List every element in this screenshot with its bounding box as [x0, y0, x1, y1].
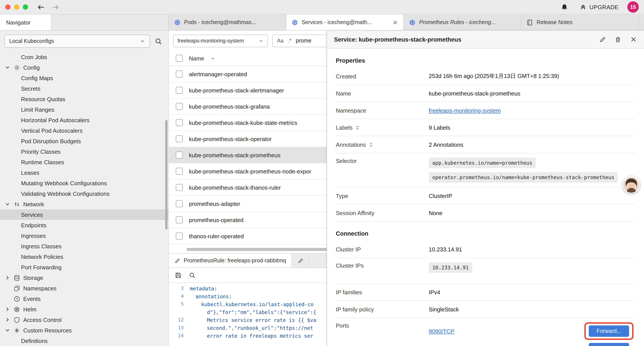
- tab-pods-icecheng-mathmas[interactable]: Pods - icecheng@mathmas...: [169, 14, 286, 30]
- chevron-down-icon[interactable]: [4, 64, 10, 70]
- sidebar-item-network-policies[interactable]: Network Policies: [0, 251, 168, 262]
- service-row[interactable]: kube-prometheus-stack-kube-state-metrics: [169, 115, 326, 131]
- row-checkbox[interactable]: [176, 119, 183, 126]
- sidebar-item-vertical-pod-autoscalers[interactable]: Vertical Pod Autoscalers: [0, 125, 168, 136]
- service-row[interactable]: kube-prometheus-stack-prometheus: [169, 147, 326, 163]
- regex-toggle[interactable]: .*: [288, 38, 291, 44]
- yaml-editor[interactable]: 3metadata:4annotations:5kubectl.kubernet…: [169, 283, 326, 346]
- bell-icon[interactable]: [560, 3, 568, 11]
- minimize-window-button[interactable]: [14, 4, 19, 10]
- floppy-icon[interactable]: [175, 272, 182, 279]
- match-case-toggle[interactable]: Aa: [277, 38, 284, 44]
- sidebar-item-custom-resources[interactable]: Custom Resources: [0, 325, 168, 336]
- close-window-button[interactable]: [5, 4, 10, 10]
- tab-prometheus-rules-icecheng[interactable]: Prometheus Rules - icecheng...: [404, 14, 521, 30]
- row-checkbox[interactable]: [176, 200, 183, 207]
- chevron-down-icon[interactable]: [4, 327, 10, 333]
- row-checkbox[interactable]: [176, 70, 183, 77]
- sidebar-item-definitions[interactable]: Definitions: [0, 336, 168, 346]
- row-checkbox[interactable]: [176, 184, 183, 191]
- sidebar-item-pod-disruption-budgets[interactable]: Pod Disruption Budgets: [0, 136, 168, 146]
- port-link[interactable]: 9090/TCP: [429, 328, 454, 335]
- avatar[interactable]: [622, 176, 640, 194]
- sidebar-item-helm[interactable]: Helm: [0, 304, 168, 315]
- sidebar-item-leases[interactable]: Leases: [0, 167, 168, 178]
- close-icon[interactable]: [630, 36, 637, 43]
- sidebar-item-endpoints[interactable]: Endpoints: [0, 220, 168, 230]
- sidebar-item-services[interactable]: Services: [0, 209, 168, 220]
- row-checkbox[interactable]: [176, 103, 183, 110]
- sidebar-item-network[interactable]: Network: [0, 199, 168, 209]
- sort-icon[interactable]: [355, 125, 360, 130]
- service-row[interactable]: thanos-ruler-operated: [169, 228, 326, 244]
- maximize-window-button[interactable]: [23, 4, 28, 10]
- sidebar-item-events[interactable]: Events: [0, 294, 168, 304]
- dock-tab-partial[interactable]: [292, 254, 310, 268]
- sidebar-item-resource-quotas[interactable]: Resource Quotas: [0, 94, 168, 104]
- row-checkbox[interactable]: [176, 216, 183, 223]
- service-row[interactable]: prometheus-adapter: [169, 196, 326, 212]
- search-input[interactable]: Aa .* prome: [272, 34, 327, 47]
- sidebar-item-runtime-classes[interactable]: Runtime Classes: [0, 157, 168, 167]
- chevron-right-icon[interactable]: [4, 275, 10, 281]
- select-all-checkbox[interactable]: [176, 55, 183, 62]
- caret-up-icon[interactable]: [210, 56, 215, 61]
- sidebar-item-mutating-webhook-configurations[interactable]: Mutating Webhook Configurations: [0, 178, 168, 188]
- sidebar-item-access-control[interactable]: Access Control: [0, 315, 168, 325]
- service-row[interactable]: alertmanager-operated: [169, 66, 326, 82]
- sidebar-scrollbar[interactable]: [165, 120, 168, 230]
- namespace-link[interactable]: freeleaps-monitoring-system: [429, 107, 501, 114]
- sort-icon[interactable]: [368, 142, 373, 147]
- kubeconfig-selector[interactable]: Local Kubeconfigs: [4, 34, 150, 48]
- service-row[interactable]: kube-prometheus-stack-alertmanager: [169, 82, 326, 98]
- tab-argo-s[interactable]: Argo S: [639, 14, 644, 30]
- chevron-right-icon[interactable]: [4, 306, 10, 312]
- row-checkbox[interactable]: [176, 135, 183, 142]
- dock-tab-prometheusrule[interactable]: PrometheusRule: freeleaps-prod-rabbitmq: [169, 254, 292, 268]
- sidebar-item-storage[interactable]: Storage: [0, 272, 168, 283]
- editor-tabs: Pods - icecheng@mathmas...Services - ice…: [169, 14, 644, 30]
- sidebar-item-port-forwarding[interactable]: Port Forwarding: [0, 262, 168, 272]
- sidebar-item-secrets[interactable]: Secrets: [0, 83, 168, 94]
- service-row[interactable]: kube-prometheus-stack-thanos-ruler: [169, 180, 326, 196]
- forward-button[interactable]: Forward...: [589, 326, 629, 337]
- chevron-down-icon[interactable]: [4, 201, 10, 207]
- search-icon[interactable]: [189, 272, 196, 279]
- sidebar-item-config-maps[interactable]: Config Maps: [0, 73, 168, 83]
- row-checkbox[interactable]: [176, 233, 183, 240]
- sidebar-item-ingresses[interactable]: Ingresses: [0, 230, 168, 241]
- search-icon[interactable]: [155, 37, 162, 45]
- name-column-header[interactable]: Name: [189, 55, 204, 61]
- back-arrow-icon[interactable]: [37, 3, 45, 11]
- service-row[interactable]: kube-prometheus-stack-operator: [169, 131, 326, 147]
- trash-icon[interactable]: [615, 36, 621, 43]
- namespace-filter[interactable]: freeleaps-monitoring-system: [173, 34, 268, 47]
- detail-label: Name: [336, 90, 429, 97]
- upgrade-button[interactable]: UPGRADE: [579, 3, 618, 10]
- sidebar-item-namespaces[interactable]: Namespaces: [0, 283, 168, 294]
- close-icon[interactable]: [392, 19, 398, 25]
- sidebar-item-validating-webhook-configurations[interactable]: Validating Webhook Configurations: [0, 188, 168, 199]
- forward-arrow-icon[interactable]: [51, 3, 60, 11]
- row-checkbox[interactable]: [176, 152, 183, 159]
- sidebar-item-config[interactable]: Config: [0, 62, 168, 73]
- sidebar-item-horizontal-pod-autoscalers[interactable]: Horizontal Pod Autoscalers: [0, 115, 168, 125]
- sidebar-item-priority-classes[interactable]: Priority Classes: [0, 146, 168, 157]
- tab-release-notes[interactable]: Release Notes: [521, 14, 639, 30]
- tab-services-icecheng-math[interactable]: Services - icecheng@math...: [286, 14, 404, 30]
- line-number: 4: [169, 293, 190, 301]
- pencil-icon[interactable]: [599, 36, 606, 43]
- row-checkbox[interactable]: [176, 87, 183, 94]
- sidebar-item-cron-jobs[interactable]: Cron Jobs: [0, 52, 168, 62]
- chevron-right-icon[interactable]: [4, 317, 10, 323]
- sidebar-item-limit-ranges[interactable]: Limit Ranges: [0, 104, 168, 115]
- row-checkbox[interactable]: [176, 168, 183, 175]
- notification-badge[interactable]: 15: [627, 1, 639, 13]
- service-row[interactable]: prometheus-operated: [169, 212, 326, 228]
- service-row[interactable]: kube-prometheus-stack-prometheus-node-ex…: [169, 163, 326, 180]
- sidebar-item-ingress-classes[interactable]: Ingress Classes: [0, 241, 168, 251]
- tab-navigator[interactable]: Navigator: [0, 14, 51, 30]
- forward-button[interactable]: Forward...: [589, 343, 629, 346]
- horizontal-scrollbar[interactable]: [169, 247, 326, 252]
- service-row[interactable]: kube-prometheus-stack-grafana: [169, 98, 326, 115]
